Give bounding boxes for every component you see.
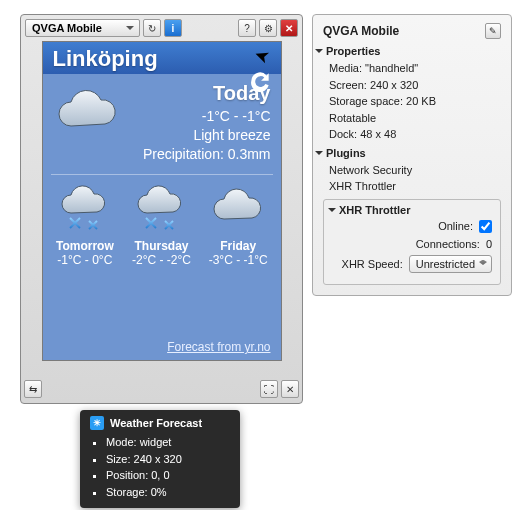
today-block: Today -1°C - -1°C Light breeze Precipita… bbox=[43, 74, 281, 174]
forecast-row: Tomorrow -1°C - 0°C Thursday -2°C - -2°C… bbox=[43, 175, 281, 271]
section-properties[interactable]: Properties bbox=[315, 45, 501, 57]
close-icon[interactable]: ✕ bbox=[280, 19, 298, 37]
widget-tooltip: ☀ Weather Forecast Mode: widget Size: 24… bbox=[80, 410, 240, 508]
profile-label: QVGA Mobile bbox=[32, 22, 102, 34]
emulator-titlebar: QVGA Mobile ↻ i ? ⚙ ✕ bbox=[24, 18, 299, 38]
forecast-day-label: Thursday bbox=[125, 239, 197, 253]
xhr-speed-select[interactable]: Unrestricted bbox=[409, 255, 492, 273]
section-plugins[interactable]: Plugins bbox=[315, 147, 501, 159]
plugin-row: Network Security bbox=[329, 162, 501, 179]
forecast-day-label: Tomorrow bbox=[49, 239, 121, 253]
reload-icon[interactable]: ↻ bbox=[143, 19, 161, 37]
property-row: Dock: 48 x 48 bbox=[329, 126, 501, 143]
forecast-day: Friday -3°C - -1°C bbox=[202, 185, 274, 267]
tooltip-title: Weather Forecast bbox=[110, 417, 202, 429]
info-icon[interactable]: i bbox=[164, 19, 182, 37]
collapse-icon[interactable]: ✕ bbox=[281, 380, 299, 398]
snow-icon bbox=[49, 185, 121, 237]
help-icon[interactable]: ? bbox=[238, 19, 256, 37]
connections-label: Connections: bbox=[416, 238, 480, 250]
city-title: Linköping bbox=[43, 42, 281, 74]
inspector-title: QVGA Mobile bbox=[323, 24, 399, 38]
forecast-day: Tomorrow -1°C - 0°C bbox=[49, 185, 121, 267]
properties-list: Media: "handheld" Screen: 240 x 320 Stor… bbox=[323, 60, 501, 143]
plugin-row: XHR Throttler bbox=[329, 178, 501, 195]
xhr-speed-label: XHR Speed: bbox=[342, 258, 403, 270]
today-weather-icon bbox=[53, 86, 123, 136]
connections-value: 0 bbox=[486, 238, 492, 250]
emulator-footer: ⇆ ⛶ ✕ bbox=[24, 380, 299, 400]
profile-dropdown[interactable]: QVGA Mobile bbox=[25, 19, 140, 37]
settings-icon[interactable]: ⚙ bbox=[259, 19, 277, 37]
property-row: Screen: 240 x 320 bbox=[329, 77, 501, 94]
rotate-icon[interactable]: ⇆ bbox=[24, 380, 42, 398]
widget-icon: ☀ bbox=[90, 416, 104, 430]
forecast-day-temps: -1°C - 0°C bbox=[49, 253, 121, 267]
today-wind: Light breeze bbox=[123, 126, 271, 145]
forecast-day-temps: -2°C - -2°C bbox=[125, 253, 197, 267]
refresh-arrow-icon[interactable] bbox=[247, 70, 273, 96]
forecast-day-label: Friday bbox=[202, 239, 274, 253]
forecast-day: Thursday -2°C - -2°C bbox=[125, 185, 197, 267]
snow-icon bbox=[125, 185, 197, 237]
online-checkbox[interactable] bbox=[479, 220, 492, 233]
property-row: Media: "handheld" bbox=[329, 60, 501, 77]
forecast-source-link[interactable]: Forecast from yr.no bbox=[167, 340, 270, 354]
property-row: Rotatable bbox=[329, 110, 501, 127]
edit-icon[interactable]: ✎ bbox=[485, 23, 501, 39]
device-viewport: Linköping Today -1°C - -1°C Light breeze… bbox=[42, 41, 282, 361]
cloud-icon bbox=[202, 185, 274, 237]
property-row: Storage space: 20 KB bbox=[329, 93, 501, 110]
today-temps: -1°C - -1°C bbox=[123, 107, 271, 126]
tooltip-item: Storage: 0% bbox=[106, 484, 230, 501]
tooltip-item: Size: 240 x 320 bbox=[106, 451, 230, 468]
online-label: Online: bbox=[438, 220, 473, 232]
forecast-day-temps: -3°C - -1°C bbox=[202, 253, 274, 267]
tooltip-item: Mode: widget bbox=[106, 434, 230, 451]
section-xhr[interactable]: XHR Throttler bbox=[328, 204, 492, 216]
tooltip-item: Position: 0, 0 bbox=[106, 467, 230, 484]
plugins-list: Network Security XHR Throttler bbox=[323, 162, 501, 195]
inspector-panel: QVGA Mobile ✎ Properties Media: "handhel… bbox=[312, 14, 512, 296]
emulator-window: QVGA Mobile ↻ i ? ⚙ ✕ Linköping Today -1… bbox=[20, 14, 303, 404]
fit-icon[interactable]: ⛶ bbox=[260, 380, 278, 398]
xhr-throttler-panel: XHR Throttler Online: Connections: 0 XHR… bbox=[323, 199, 501, 285]
today-precip: Precipitation: 0.3mm bbox=[123, 145, 271, 164]
